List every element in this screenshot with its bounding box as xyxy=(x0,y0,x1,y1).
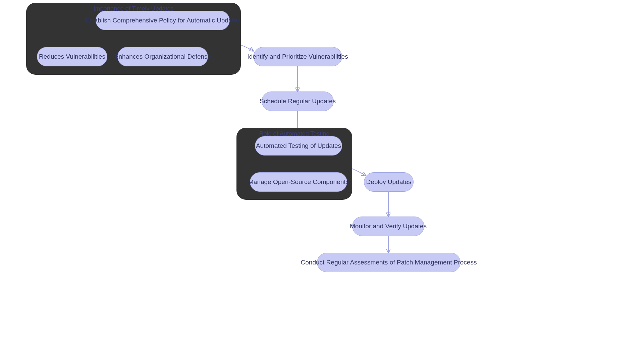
node-schedule-updates[interactable]: Schedule Regular Updates xyxy=(262,92,334,111)
node-monitor-verify[interactable]: Monitor and Verify Updates xyxy=(352,217,424,236)
diagram-canvas: Importance of Timely Updates Role of Aut… xyxy=(0,0,644,362)
node-conduct-assessments[interactable]: Conduct Regular Assessments of Patch Man… xyxy=(317,253,461,272)
node-identify-prioritize[interactable]: Identify and Prioritize Vulnerabilities xyxy=(253,47,342,66)
node-establish-policy[interactable]: Establish Comprehensive Policy for Autom… xyxy=(96,11,230,30)
node-enhances-defense[interactable]: Enhances Organizational Defense xyxy=(117,47,208,66)
node-manage-opensource[interactable]: Manage Open-Source Components xyxy=(250,172,347,192)
node-automated-testing[interactable]: Automated Testing of Updates xyxy=(255,136,342,156)
node-reduces-vulnerabilities[interactable]: Reduces Vulnerabilities xyxy=(37,47,107,66)
node-deploy-updates[interactable]: Deploy Updates xyxy=(364,172,414,192)
